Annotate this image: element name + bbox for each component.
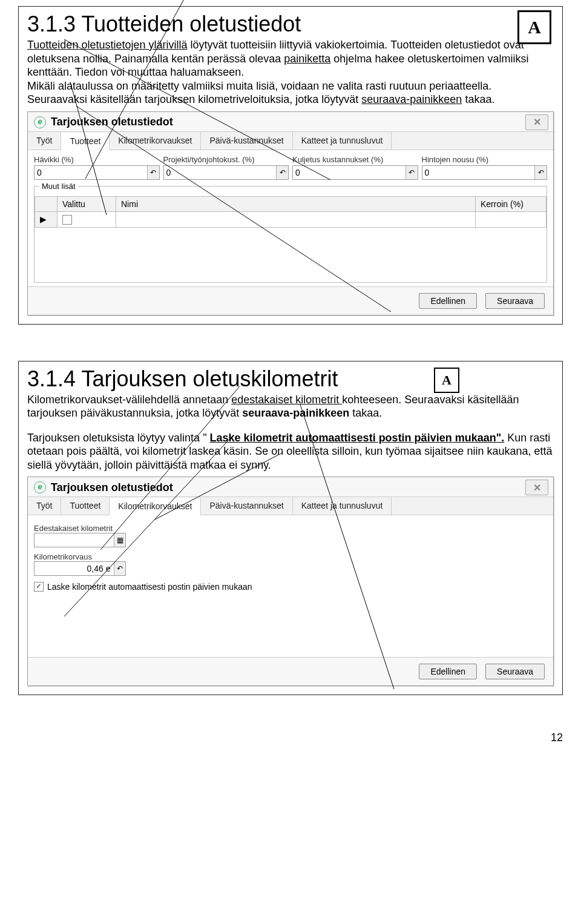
input-havikki-field[interactable]: [34, 166, 147, 179]
page-number: 12: [18, 731, 563, 744]
checkbox-laske-kilometrit[interactable]: Laske kilometrit automaattisesti postin …: [34, 582, 547, 592]
text: Tarjouksen oletuksista löytyy valinta ": [27, 432, 210, 444]
undo-icon[interactable]: ↶: [147, 166, 159, 179]
app-icon: e: [34, 116, 46, 128]
undo-icon[interactable]: ↶: [114, 562, 125, 575]
logo-icon: A: [434, 368, 459, 393]
text-bold: seuraava-painikkeen: [242, 407, 349, 419]
heading-314: 3.1.4 Tarjouksen oletuskilometrit: [27, 366, 554, 392]
text-underlined: edestakaiset kilometrit: [231, 394, 342, 406]
heading-313: 3.1.3 Tuotteiden oletustiedot: [27, 12, 554, 37]
text: takaa.: [462, 93, 494, 105]
dialog-tarjouksen-oletustiedot-2: e Tarjouksen oletustiedot ✕ Työt Tuottee…: [27, 477, 554, 686]
label-kuljetus: Kuljetus kustannukset (%): [292, 155, 418, 164]
tab-tuotteet[interactable]: Tuotteet: [61, 497, 110, 515]
table-row[interactable]: ▶: [35, 211, 547, 227]
col-rowhdr: [35, 196, 57, 211]
undo-icon[interactable]: ↶: [534, 166, 547, 179]
cell-nimi[interactable]: [116, 211, 476, 227]
row-selector[interactable]: ▶: [35, 211, 57, 227]
input-projekti-field[interactable]: [164, 166, 277, 179]
label-edestakaiset: Edestakaiset kilometrit: [34, 524, 547, 533]
input-hintojen-field[interactable]: [422, 166, 535, 179]
text-underlined: painiketta: [284, 53, 330, 65]
text: Seuraavaksi käsitellään tarjouksen kilom…: [27, 93, 361, 105]
group-title: Muut lisät: [39, 182, 78, 191]
input-edestakaiset[interactable]: ▦: [34, 533, 126, 547]
col-nimi: Nimi: [116, 196, 476, 211]
text: takaa.: [349, 407, 382, 419]
close-icon[interactable]: ✕: [525, 114, 548, 130]
input-edestakaiset-field[interactable]: [34, 533, 114, 547]
input-projekti[interactable]: ↶: [163, 165, 289, 180]
section-box-1: A 3.1.3 Tuotteiden oletustiedot Tuotteid…: [18, 6, 563, 325]
tab-katteet[interactable]: Katteet ja tunnusluvut: [293, 132, 392, 150]
tab-tuotteet[interactable]: Tuotteet: [61, 133, 110, 150]
para-2: Tarjouksen oletuksista löytyy valinta " …: [27, 431, 554, 472]
tab-tyot[interactable]: Työt: [28, 497, 61, 515]
next-button[interactable]: Seuraava: [485, 293, 545, 309]
tabs: Työt Tuotteet Kilometrikorvaukset Päivä-…: [28, 131, 553, 150]
col-valittu: Valittu: [57, 196, 116, 211]
para-3: Seuraavaksi käsitellään tarjouksen kilom…: [27, 93, 554, 107]
logo-icon: A: [517, 10, 551, 44]
text-bold-underline: Laske kilometrit automaattisesti postin …: [210, 432, 505, 444]
para-1: Kilometrikorvaukset-välilehdellä annetaa…: [27, 393, 554, 420]
tab-paiva-kustannukset[interactable]: Päivä-kustannukset: [201, 497, 292, 515]
undo-icon[interactable]: ↶: [276, 166, 288, 179]
section-box-2: A 3.1.4 Tarjouksen oletuskilometrit Kilo…: [18, 361, 563, 696]
tab-kilometrikorvaukset[interactable]: Kilometrikorvaukset: [110, 498, 201, 515]
tabs: Työt Tuotteet Kilometrikorvaukset Päivä-…: [28, 497, 553, 515]
dialog-title: Tarjouksen oletustiedot: [51, 481, 173, 494]
col-kerroin: Kerroin (%): [476, 196, 547, 211]
input-kuljetus[interactable]: ↶: [292, 165, 418, 180]
text-underlined: Tuotteiden oletustietojen ylärivillä: [27, 39, 187, 51]
text: Kilometrikorvaukset-välilehdellä annetaa…: [27, 394, 231, 406]
para-2: Mikäli alataulussa on määritetty valmiik…: [27, 79, 554, 93]
prev-button[interactable]: Edellinen: [419, 293, 477, 309]
next-button[interactable]: Seuraava: [485, 664, 545, 679]
dialog-title: Tarjouksen oletustiedot: [51, 116, 173, 128]
text-underlined: seuraava-painikkeen: [361, 93, 462, 105]
group-muut-lisat: Muut lisät Valittu Nimi Kerroin (%) ▶: [34, 186, 547, 283]
checkbox-icon[interactable]: [34, 582, 44, 592]
tab-paiva-kustannukset[interactable]: Päivä-kustannukset: [201, 132, 292, 150]
input-kilometrikorvaus[interactable]: ↶: [34, 561, 126, 576]
tab-kilometrikorvaukset[interactable]: Kilometrikorvaukset: [110, 132, 201, 150]
tab-tyot[interactable]: Työt: [28, 132, 61, 150]
input-havikki[interactable]: ↶: [34, 165, 160, 180]
app-icon: e: [34, 481, 46, 493]
tab-katteet[interactable]: Katteet ja tunnusluvut: [293, 497, 392, 515]
cell-kerroin[interactable]: [476, 211, 547, 227]
prev-button[interactable]: Edellinen: [419, 664, 477, 679]
input-kilometrikorvaus-field[interactable]: [34, 562, 114, 575]
checkbox-icon[interactable]: [62, 215, 72, 225]
close-icon[interactable]: ✕: [525, 480, 548, 495]
input-hintojen[interactable]: ↶: [422, 165, 548, 180]
calc-icon[interactable]: ▦: [114, 533, 125, 547]
dialog-tarjouksen-oletustiedot-1: e Tarjouksen oletustiedot ✕ Työt Tuottee…: [27, 111, 554, 315]
cell-valittu[interactable]: [57, 211, 116, 227]
label-havikki: Hävikki (%): [34, 155, 160, 164]
input-kuljetus-field[interactable]: [293, 166, 405, 179]
label-projekti: Projekti/työnjohtokust. (%): [163, 155, 289, 164]
table-muut-lisat: Valittu Nimi Kerroin (%) ▶: [34, 196, 547, 228]
undo-icon[interactable]: ↶: [405, 166, 418, 179]
label-hintojen: Hintojen nousu (%): [422, 155, 548, 164]
label-kilometrikorvaus: Kilometrikorvaus: [34, 552, 547, 561]
checkbox-label: Laske kilometrit automaattisesti postin …: [47, 582, 252, 592]
para-1: Tuotteiden oletustietojen ylärivillä löy…: [27, 38, 554, 79]
